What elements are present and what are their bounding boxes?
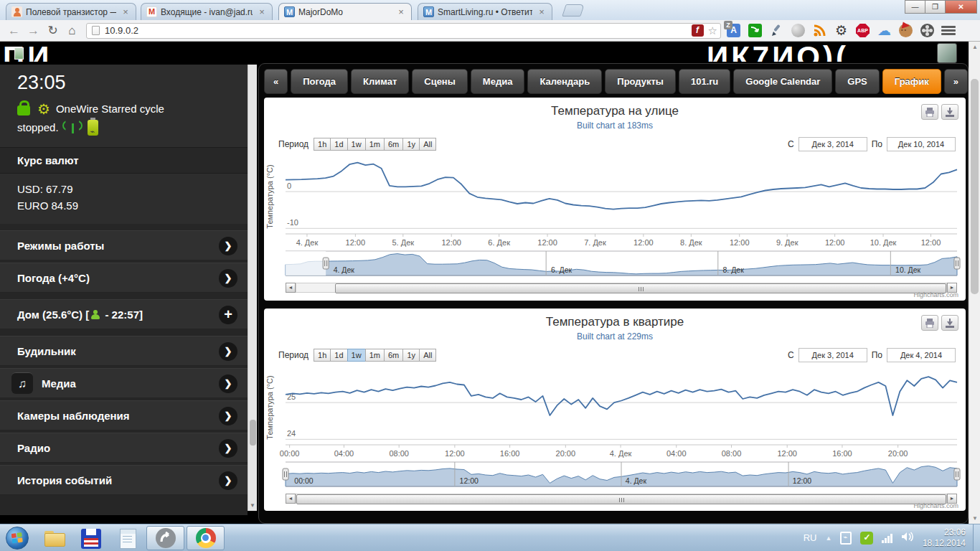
rss-icon[interactable] (813, 24, 826, 37)
browser-menu-icon[interactable] (941, 24, 956, 37)
home-icon[interactable]: ⌂ (62, 24, 82, 38)
scrollbar-thumb[interactable] (335, 283, 946, 293)
user-avatar[interactable] (937, 43, 957, 63)
content-tab-календарь[interactable]: Календарь (527, 69, 602, 94)
content-tab-google-calendar[interactable]: Google Calendar (733, 69, 832, 94)
running-app-chrome[interactable] (187, 526, 225, 550)
scrollbar-left-icon[interactable]: ◄ (286, 494, 296, 504)
cloud-icon[interactable]: ☁ (877, 24, 891, 37)
sidebar-scroll-down-icon[interactable]: ▼ (250, 502, 255, 509)
sidebar-item-1[interactable]: Погода (+4°C) (0, 263, 248, 293)
tray-clock[interactable]: 23:06 18.12.2014 (923, 527, 966, 549)
sidebar-item-3[interactable]: Будильник (0, 336, 248, 366)
gear-icon[interactable]: ⚙ (834, 24, 848, 37)
volume-icon[interactable] (901, 531, 914, 545)
scrollbar-track[interactable] (296, 494, 947, 504)
antivirus-check-icon[interactable]: ✓ (860, 532, 873, 545)
range-button-1w[interactable]: 1w (347, 349, 366, 362)
chart-navigator[interactable]: 4. Дек6. Дек8. Дек10. Дек (264, 250, 966, 281)
download-chart-button[interactable] (941, 104, 958, 120)
range-button-1y[interactable]: 1y (402, 349, 420, 362)
chevron-right-icon[interactable] (219, 407, 237, 425)
chevron-right-icon[interactable] (219, 471, 237, 490)
film-reel-icon[interactable] (920, 24, 934, 37)
browser-tab-4[interactable]: M SmartLiving.ru • Ответить × (418, 3, 552, 20)
window-minimize-button[interactable]: — (905, 0, 925, 14)
browser-tab-3-active[interactable]: M MajorDoMo × (278, 3, 412, 20)
print-chart-button[interactable] (921, 104, 938, 120)
navigator-handle[interactable] (323, 258, 329, 269)
content-tab-погода[interactable]: Погода (291, 69, 348, 94)
reload-icon[interactable]: ↻ (43, 23, 62, 38)
sidebar-scrollbar-thumb[interactable] (250, 420, 256, 446)
tab-close-icon[interactable]: × (537, 7, 547, 17)
chart-navigator[interactable]: 00:0012:004. Дек12:00 (264, 461, 966, 492)
range-button-1y[interactable]: 1y (402, 138, 420, 151)
window-scrollbar[interactable]: ▲ ▼ (969, 42, 980, 524)
range-button-6m[interactable]: 6m (384, 138, 403, 151)
flash-icon[interactable]: f (692, 24, 704, 37)
chevron-right-icon[interactable] (219, 269, 237, 288)
date-to-input[interactable] (887, 348, 956, 362)
browser-tab-1[interactable]: Полевой транзистор — А × (6, 3, 136, 20)
running-app-arrow[interactable] (146, 526, 184, 550)
range-button-all[interactable]: All (419, 138, 436, 151)
content-tab-gps[interactable]: GPS (835, 69, 879, 94)
range-button-1d[interactable]: 1d (330, 138, 347, 151)
chart-scrollbar[interactable]: ◄ ► (286, 494, 957, 504)
scroll-down-icon[interactable]: ▼ (972, 515, 978, 522)
tray-expand-icon[interactable]: ▲ (826, 534, 832, 542)
content-tab-101.ru[interactable]: 101.ru (679, 69, 730, 94)
tab-close-icon[interactable]: × (257, 7, 267, 17)
browser-tab-2[interactable]: M Входящие - ivan@jad.ru - × (141, 3, 273, 20)
chevron-right-icon[interactable] (219, 237, 237, 255)
chevron-right-icon[interactable] (219, 375, 237, 393)
notepad-icon[interactable] (117, 527, 138, 549)
translate-icon[interactable]: A (727, 24, 740, 37)
safely-remove-icon[interactable] (840, 532, 852, 545)
globe-icon[interactable] (791, 24, 805, 37)
start-button[interactable] (6, 527, 29, 550)
navigator-handle[interactable] (954, 258, 960, 269)
tab-close-icon[interactable]: × (396, 7, 406, 17)
navigator-handle[interactable] (283, 468, 288, 480)
range-button-1m[interactable]: 1m (365, 138, 385, 151)
eyedropper-icon[interactable] (770, 24, 783, 37)
sidebar-scrollbar[interactable]: ▼ (248, 65, 257, 511)
range-button-6m[interactable]: 6m (384, 349, 403, 362)
range-button-1d[interactable]: 1d (330, 349, 347, 362)
url-text[interactable]: 10.9.0.2 (105, 25, 692, 36)
date-from-input[interactable] (798, 137, 867, 151)
chart-scrollbar[interactable]: ◄ ► (286, 283, 957, 293)
address-bar[interactable]: 10.9.0.2 f ☆ (86, 23, 721, 39)
scrollbar-track[interactable] (296, 283, 947, 293)
forward-icon[interactable]: → (24, 24, 43, 38)
sidebar-item-2[interactable]: Дом (25.6°C) [ - 22:57] (0, 299, 248, 329)
sidebar-item-5[interactable]: Камеры наблюдения (0, 400, 248, 430)
highcharts-credit[interactable]: Highcharts.com (913, 502, 958, 509)
plus-icon[interactable] (219, 306, 237, 324)
window-restore-button[interactable]: ❐ (925, 0, 946, 14)
range-button-all[interactable]: All (419, 349, 436, 362)
network-signal-icon[interactable] (882, 533, 892, 543)
tab-close-icon[interactable]: × (121, 7, 131, 17)
back-icon[interactable]: ← (4, 24, 24, 38)
show-desktop-button[interactable] (973, 524, 980, 551)
navigator-handle[interactable] (954, 468, 960, 480)
range-button-1h[interactable]: 1h (314, 138, 331, 151)
content-tab-сцены[interactable]: Сцены (412, 69, 468, 94)
save-disk-icon[interactable] (81, 529, 101, 549)
range-button-1w[interactable]: 1w (347, 138, 366, 151)
bookmark-star-icon[interactable]: ☆ (708, 24, 717, 37)
content-tab-медиа[interactable]: Медиа (471, 69, 525, 94)
range-button-1m[interactable]: 1m (365, 349, 385, 362)
chevron-right-icon[interactable] (219, 439, 237, 458)
range-button-1h[interactable]: 1h (314, 349, 331, 362)
sidebar-item-6[interactable]: Радио (0, 433, 248, 463)
window-scrollbar-thumb[interactable] (971, 79, 979, 294)
content-tab-«[interactable]: « (264, 69, 288, 94)
scrollbar-left-icon[interactable]: ◄ (286, 283, 296, 293)
highcharts-credit[interactable]: Highcharts.com (913, 291, 958, 298)
language-indicator[interactable]: RU (804, 532, 817, 543)
sidebar-item-7[interactable]: История событий (0, 465, 248, 495)
